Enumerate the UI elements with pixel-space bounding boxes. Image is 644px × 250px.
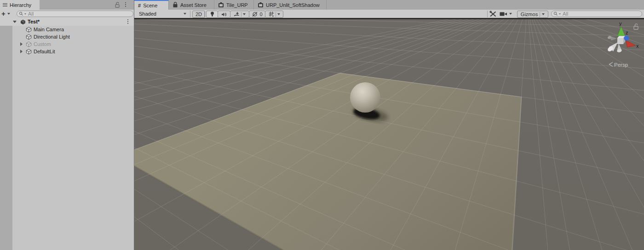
tab-label: Tile_URP <box>226 2 248 8</box>
add-object-button[interactable]: + <box>1 10 6 18</box>
hierarchy-tab-bar: Hierarchy <box>0 0 134 10</box>
scene-row-menu-icon[interactable] <box>127 19 128 24</box>
tab-label: URP_Unlit_SoftShadow <box>266 2 320 8</box>
item-label: Custom <box>34 41 51 47</box>
hierarchy-search-placeholder: All <box>27 11 34 17</box>
item-label: Main Camera <box>34 27 64 32</box>
hierarchy-menu-icon[interactable] <box>125 2 126 7</box>
eye-hidden-icon <box>252 11 258 17</box>
video-camera-icon <box>500 11 507 17</box>
gizmos-dropdown-icon[interactable] <box>542 13 545 15</box>
gizmo-center-cube-face <box>617 38 623 44</box>
gizmo-z-label: z <box>626 30 628 35</box>
effects-toggle-button[interactable] <box>230 11 249 18</box>
shopping-bag-icon <box>172 2 178 8</box>
gizmos-button[interactable]: Gizmos <box>517 11 548 18</box>
gameobject-cube-icon <box>26 27 32 33</box>
unity-editor-window: Hierarchy + All <box>0 0 644 250</box>
audio-toggle-button[interactable] <box>218 11 230 18</box>
effects-dropdown-icon[interactable] <box>243 13 246 15</box>
search-filter-caret-icon <box>559 13 561 15</box>
hidden-count-label: 0 <box>259 11 262 17</box>
scene-grid-icon: # <box>138 3 141 8</box>
hierarchy-toolbar: + All <box>0 10 134 18</box>
hierarchy-search-input[interactable]: All <box>17 11 133 17</box>
hierarchy-item-main-camera[interactable]: Main Camera <box>12 26 134 33</box>
tools-icon <box>489 11 497 17</box>
item-label: Directional Light <box>34 34 70 40</box>
2d-label: 2D <box>196 11 202 17</box>
button-separator <box>241 12 242 17</box>
tab-tile-urp[interactable]: Tile_URP <box>214 0 254 10</box>
tab-label: Asset Store <box>180 2 207 8</box>
lighting-toggle-button[interactable] <box>206 11 218 18</box>
hierarchy-item-custom[interactable]: Custom <box>12 40 134 48</box>
gizmo-z-axis-ball[interactable] <box>624 36 629 41</box>
hierarchy-panel: Hierarchy + All <box>0 0 134 250</box>
search-icon <box>19 11 23 16</box>
effects-icon <box>234 11 240 17</box>
chevron-down-icon <box>184 13 186 15</box>
scene-name-label: Test* <box>28 19 40 24</box>
item-label: DefaultLit <box>34 49 55 54</box>
speaker-icon <box>221 12 227 17</box>
gizmo-y-label: y <box>619 21 622 26</box>
game-view-icon <box>218 2 224 8</box>
2d-toggle-button[interactable]: 2D <box>192 11 205 18</box>
unlock-icon[interactable] <box>115 2 121 8</box>
gizmo-x-label: x <box>636 43 639 49</box>
tab-urp-unlit-softshadow[interactable]: URP_Unlit_SoftShadow <box>254 0 327 10</box>
hierarchy-item-defaultlit[interactable]: DefaultLit <box>12 48 134 55</box>
lightbulb-icon <box>210 11 214 17</box>
hierarchy-item-directional-light[interactable]: Directional Light <box>12 33 134 40</box>
scene-camera-settings-button[interactable] <box>500 11 515 17</box>
draw-mode-label: Shaded <box>136 11 156 17</box>
grid-dropdown-icon[interactable] <box>277 13 280 15</box>
unity-scene-icon <box>20 19 26 25</box>
scene-view-toolbar: Shaded 2D <box>134 10 644 18</box>
scene-3d-viewport[interactable]: y z x Persp <box>134 19 644 250</box>
grid-visibility-button[interactable]: y <box>265 11 283 18</box>
expand-arrow-icon[interactable] <box>20 50 23 53</box>
hierarchy-tab-label: Hierarchy <box>10 2 31 8</box>
gameobject-cube-icon <box>26 34 32 40</box>
collapse-arrow-icon[interactable] <box>13 21 17 23</box>
game-view-icon <box>258 2 264 8</box>
projection-label: Persp <box>614 62 628 68</box>
tab-asset-store[interactable]: Asset Store <box>169 0 214 10</box>
scene-search-input[interactable]: All <box>551 11 642 17</box>
button-separator <box>276 12 276 17</box>
scene-search-placeholder: All <box>562 11 568 17</box>
scene-visibility-button[interactable]: 0 <box>249 11 265 18</box>
tab-hierarchy[interactable]: Hierarchy <box>0 0 40 10</box>
sphere-object[interactable] <box>350 82 380 113</box>
scene-asset-row[interactable]: Test* <box>0 18 134 26</box>
hierarchy-indent-strip <box>0 26 12 250</box>
hierarchy-list-icon <box>3 2 7 7</box>
search-filter-caret-icon <box>24 13 26 15</box>
camera-dropdown-icon <box>509 13 512 15</box>
button-separator <box>540 12 540 17</box>
search-icon <box>553 11 558 16</box>
add-object-dropdown-icon[interactable] <box>7 13 10 15</box>
gizmos-label: Gizmos <box>521 11 538 17</box>
tab-label: Scene <box>143 3 157 8</box>
gameobject-cube-icon <box>26 49 32 55</box>
draw-mode-dropdown[interactable]: Shaded <box>136 10 190 18</box>
scene-tab-bar: # Scene Asset Store Tile_URP URP <box>134 0 644 10</box>
svg-text:y: y <box>272 14 274 17</box>
expand-arrow-icon[interactable] <box>20 42 23 46</box>
gameobject-cube-icon <box>26 41 32 47</box>
grid-axis-icon: y <box>269 11 274 17</box>
component-tools-button[interactable] <box>489 11 498 17</box>
tab-scene[interactable]: # Scene <box>134 0 169 10</box>
